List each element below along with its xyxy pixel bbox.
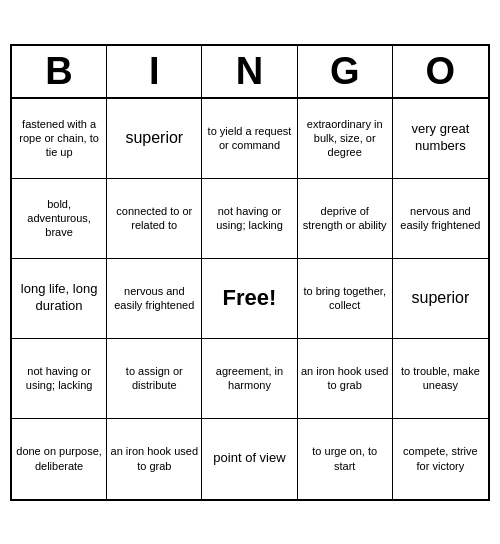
bingo-cell: deprive of strength or ability [298,179,393,259]
bingo-cell: nervous and easily frightened [393,179,488,259]
bingo-cell: extraordinary in bulk, size, or degree [298,99,393,179]
bingo-cell: done on purpose, deliberate [12,419,107,499]
bingo-cell: an iron hook used to grab [298,339,393,419]
bingo-card: BINGO fastened with a rope or chain, to … [10,44,490,501]
bingo-cell: not having or using; lacking [12,339,107,419]
bingo-letter: B [12,46,107,97]
bingo-cell: not having or using; lacking [202,179,297,259]
bingo-cell: very great numbers [393,99,488,179]
bingo-cell: Free! [202,259,297,339]
bingo-letter: N [202,46,297,97]
bingo-grid: fastened with a rope or chain, to tie up… [12,99,488,499]
bingo-cell: agreement, in harmony [202,339,297,419]
bingo-letter: G [298,46,393,97]
bingo-cell: nervous and easily frightened [107,259,202,339]
bingo-cell: to urge on, to start [298,419,393,499]
bingo-cell: compete, strive for victory [393,419,488,499]
bingo-cell: to bring together, collect [298,259,393,339]
bingo-cell: to yield a request or command [202,99,297,179]
bingo-header: BINGO [12,46,488,99]
bingo-cell: to trouble, make uneasy [393,339,488,419]
bingo-letter: O [393,46,488,97]
bingo-cell: connected to or related to [107,179,202,259]
bingo-cell: to assign or distribute [107,339,202,419]
bingo-letter: I [107,46,202,97]
bingo-cell: bold, adventurous, brave [12,179,107,259]
bingo-cell: superior [107,99,202,179]
bingo-cell: superior [393,259,488,339]
bingo-cell: an iron hook used to grab [107,419,202,499]
bingo-cell: fastened with a rope or chain, to tie up [12,99,107,179]
bingo-cell: long life, long duration [12,259,107,339]
bingo-cell: point of view [202,419,297,499]
